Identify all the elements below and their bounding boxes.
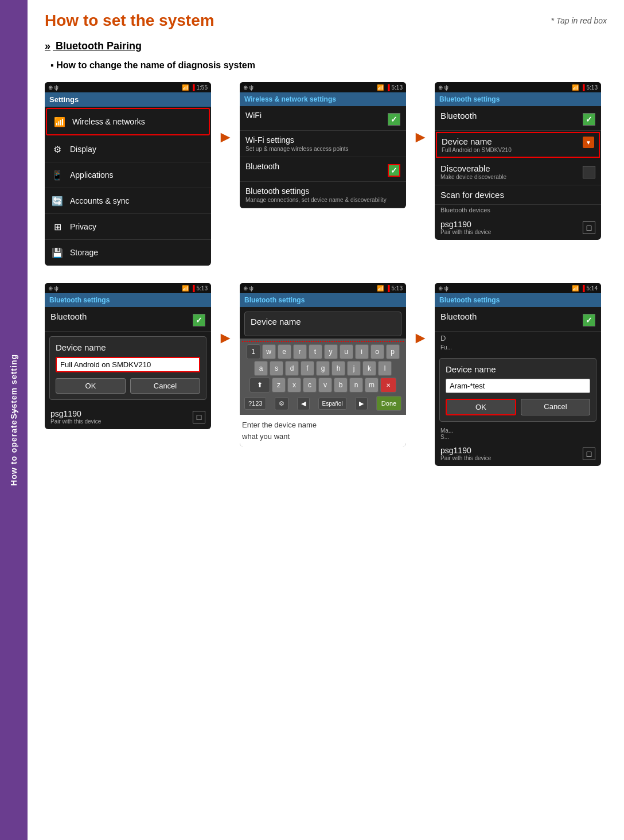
screen2-status: ⊕ ψ 📶 ▐ 5:13 bbox=[240, 82, 406, 92]
kb-key-z[interactable]: z bbox=[272, 378, 286, 392]
arrow3: ► bbox=[211, 283, 240, 347]
kb-key-b[interactable]: b bbox=[334, 378, 348, 392]
subtitle: How to change the name of diagnosis syst… bbox=[45, 60, 607, 71]
bt-device-name-row[interactable]: Device name Full Android on SMDKV210 ▼ bbox=[436, 132, 600, 158]
section-title: » Bluetooth Pairing bbox=[45, 40, 607, 52]
kb-lang-key[interactable]: Español bbox=[318, 398, 347, 410]
kb-key-x[interactable]: x bbox=[287, 378, 301, 392]
kb-key-m[interactable]: m bbox=[365, 378, 379, 392]
applications-icon: 📱 bbox=[50, 168, 64, 182]
display-icon: ⚙ bbox=[50, 142, 64, 156]
arrow4-icon: ► bbox=[412, 329, 428, 347]
kb-row2: a s d f g h j k l bbox=[242, 361, 404, 376]
kb-key-n[interactable]: n bbox=[349, 378, 363, 392]
kb-key-r[interactable]: r bbox=[293, 344, 307, 359]
kb-key-1[interactable]: 1 bbox=[247, 344, 260, 359]
screen6-device-sub: DFu... bbox=[435, 332, 601, 353]
kb-key-s[interactable]: s bbox=[270, 361, 283, 376]
screen4-header: Bluetooth settings bbox=[45, 293, 211, 307]
psg-device-icon: □ bbox=[583, 221, 595, 234]
kb-key-t[interactable]: t bbox=[309, 344, 322, 359]
kb-key-p[interactable]: p bbox=[386, 344, 400, 359]
discoverable-checkbox[interactable] bbox=[583, 166, 595, 178]
screen5: ⊕ ψ 📶 ▐ 5:13 Bluetooth settings Device n… bbox=[240, 283, 406, 446]
screen2-header: Wireless & network settings bbox=[240, 92, 406, 106]
screen4-bt-checkbox[interactable] bbox=[193, 314, 205, 326]
arrow4: ► bbox=[406, 283, 435, 347]
kb-key-k[interactable]: k bbox=[362, 361, 376, 376]
kb-key-y[interactable]: y bbox=[324, 344, 338, 359]
kb-key-u[interactable]: u bbox=[340, 344, 353, 359]
accounts-icon: 🔄 bbox=[50, 194, 64, 208]
kb-key-g[interactable]: g bbox=[316, 361, 330, 376]
settings-item-accounts[interactable]: 🔄 Accounts & sync bbox=[45, 188, 211, 214]
kb-key-v[interactable]: v bbox=[318, 378, 332, 392]
arrow3-icon: ► bbox=[217, 329, 233, 347]
screen1-header: Settings bbox=[45, 92, 211, 107]
screen3: ⊕ ψ 📶 ▐ 5:13 Bluetooth settings Bluetoot… bbox=[435, 82, 601, 240]
screen1: ⊕ ψ 📶 ▐ 1:55 Settings 📶 Wireless & netwo… bbox=[45, 82, 211, 266]
wn-item-bluetooth[interactable]: Bluetooth bbox=[240, 157, 406, 182]
screen4-psg-row[interactable]: psg1190 Pair with this device □ bbox=[45, 405, 211, 429]
screen4-ok-button[interactable]: OK bbox=[56, 378, 126, 394]
screen4-bt-row[interactable]: Bluetooth bbox=[45, 307, 211, 332]
wn-item-wifi-settings[interactable]: Wi-Fi settings Set up & manage wireless … bbox=[240, 131, 406, 157]
screen4-status: ⊕ ψ 📶 ▐ 5:13 bbox=[45, 283, 211, 293]
kb-left-key[interactable]: ◀ bbox=[297, 397, 310, 410]
kb-key-o[interactable]: o bbox=[370, 344, 384, 359]
kb-key-c[interactable]: c bbox=[303, 378, 317, 392]
kb-key-w[interactable]: w bbox=[262, 344, 276, 359]
wifi-checkbox[interactable] bbox=[388, 113, 400, 126]
settings-item-applications[interactable]: 📱 Applications bbox=[45, 162, 211, 188]
settings-item-privacy[interactable]: ⊞ Privacy bbox=[45, 214, 211, 240]
screen4-cancel-button[interactable]: Cancel bbox=[130, 378, 200, 394]
screen6-extra: Ma...S... bbox=[435, 426, 601, 441]
wn-item-wifi[interactable]: WiFi bbox=[240, 106, 406, 131]
wireless-icon: 📶 bbox=[53, 115, 67, 129]
psg-device-row[interactable]: psg1190 Pair with this device □ bbox=[435, 215, 601, 240]
screen1-time: 1:55 bbox=[197, 84, 208, 91]
bt-discoverable-row[interactable]: Discoverable Make device discoverable bbox=[435, 159, 601, 185]
keyboard[interactable]: 1 w e r t y u i o p a s d f g bbox=[240, 339, 406, 415]
kb-key-f[interactable]: f bbox=[301, 361, 314, 376]
kb-delete-key[interactable]: ✕ bbox=[380, 378, 396, 392]
kb-settings-key[interactable]: ⚙ bbox=[275, 397, 288, 410]
arrow2: ► bbox=[406, 82, 435, 146]
kb-key-d[interactable]: d bbox=[285, 361, 299, 376]
bt-devices-label: Bluetooth devices bbox=[435, 205, 601, 215]
screen6-cancel-button[interactable]: Cancel bbox=[521, 399, 590, 415]
privacy-icon: ⊞ bbox=[50, 220, 64, 234]
kb-key-j[interactable]: j bbox=[347, 361, 361, 376]
kb-key-e[interactable]: e bbox=[278, 344, 291, 359]
kb-key-l[interactable]: l bbox=[378, 361, 392, 376]
screen4-device-name-input[interactable] bbox=[56, 357, 200, 372]
screen6-bt-checkbox[interactable] bbox=[583, 314, 595, 326]
settings-item-storage[interactable]: 💾 Storage bbox=[45, 240, 211, 266]
kb-key-h[interactable]: h bbox=[332, 361, 345, 376]
screen3-status: ⊕ ψ 📶 ▐ 5:13 bbox=[435, 82, 601, 92]
settings-applications-label: Applications bbox=[70, 170, 114, 180]
kb-key-a[interactable]: a bbox=[254, 361, 268, 376]
screen5-status: ⊕ ψ 📶 ▐ 5:13 bbox=[240, 283, 406, 293]
kb-123-key[interactable]: ?123 bbox=[244, 397, 266, 410]
bluetooth-checkbox[interactable] bbox=[388, 164, 400, 177]
bt-main-row[interactable]: Bluetooth bbox=[435, 106, 601, 131]
kb-right-key[interactable]: ▶ bbox=[355, 397, 368, 410]
device-name-dropdown-icon[interactable]: ▼ bbox=[583, 137, 594, 148]
kb-key-i[interactable]: i bbox=[355, 344, 369, 359]
settings-item-display[interactable]: ⚙ Display bbox=[45, 137, 211, 162]
kb-done-key[interactable]: Done bbox=[376, 396, 401, 411]
screen5-caption: Enter the device namewhat you want bbox=[240, 415, 406, 446]
bt-main-checkbox[interactable] bbox=[583, 113, 595, 126]
screen6-bt-row[interactable]: Bluetooth bbox=[435, 307, 601, 332]
wn-item-bluetooth-settings[interactable]: Bluetooth settings Manage connections, s… bbox=[240, 182, 406, 208]
kb-shift-key[interactable]: ⬆ bbox=[249, 378, 270, 392]
arrow1-icon: ► bbox=[217, 128, 233, 146]
settings-item-wireless[interactable]: 📶 Wireless & networks bbox=[46, 108, 210, 135]
page-title: How to set the system bbox=[45, 11, 214, 30]
screen6-ok-button[interactable]: OK bbox=[446, 399, 516, 415]
storage-icon: 💾 bbox=[50, 246, 64, 259]
screen6-psg-row[interactable]: psg1190 Pair with this device □ bbox=[435, 441, 601, 466]
bt-scan-row[interactable]: Scan for devices bbox=[435, 185, 601, 205]
screen6-device-name-input[interactable] bbox=[446, 379, 590, 393]
